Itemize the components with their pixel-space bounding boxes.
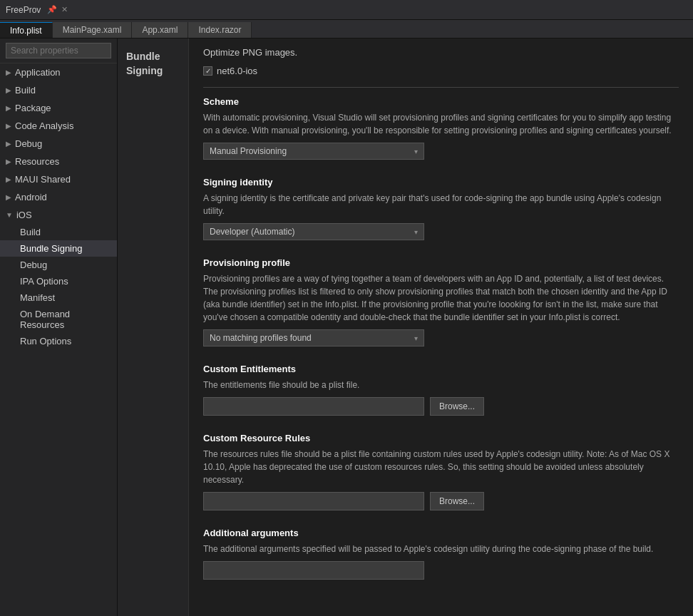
custom-entitlements-input-row: Browse... (203, 397, 679, 416)
provisioning-profile-title: Provisioning profile (203, 257, 679, 268)
sidebar-sub-item-run-options[interactable]: Run Options (0, 333, 117, 349)
chevron-right-icon: ▶ (6, 175, 11, 183)
chevron-right-icon: ▶ (6, 140, 11, 148)
sidebar-sub-item-bundle-signing[interactable]: Bundle Signing (0, 240, 117, 257)
sidebar-item-android[interactable]: ▶ Android (0, 188, 117, 206)
sidebar-sub-item-debug[interactable]: Debug (0, 257, 117, 273)
scheme-section: Scheme With automatic provisioning, Visu… (203, 96, 679, 160)
chevron-down-icon: ▾ (414, 334, 418, 342)
chevron-down-icon: ▾ (414, 148, 418, 155)
sidebar-item-package[interactable]: ▶ Package (0, 99, 117, 117)
custom-resource-rules-description: The resources rules file should be a pli… (203, 448, 679, 486)
tab-infoplist[interactable]: Info.plist (0, 22, 53, 38)
section-label: Bundle Signing (118, 38, 189, 616)
custom-entitlements-description: The entitlements file should be a plist … (203, 379, 679, 391)
signing-identity-dropdown-value: Developer (Automatic) (210, 227, 294, 237)
signing-identity-description: A signing identity is the certificate an… (203, 192, 679, 217)
custom-resource-rules-input-row: Browse... (203, 492, 679, 510)
sidebar-item-code-analysis[interactable]: ▶ Code Analysis (0, 117, 117, 135)
close-icon[interactable]: ✕ (61, 5, 68, 14)
sidebar-item-application[interactable]: ▶ Application (0, 63, 117, 81)
custom-resource-rules-input[interactable] (203, 492, 424, 510)
scheme-title: Scheme (203, 96, 679, 107)
chevron-right-icon: ▶ (6, 158, 11, 165)
provisioning-profile-dropdown[interactable]: No matching profiles found ▾ (203, 329, 424, 346)
provisioning-profile-section: Provisioning profile Provisioning profil… (203, 257, 679, 346)
custom-entitlements-title: Custom Entitlements (203, 364, 679, 374)
optimize-row: Optimize PNG images. (203, 44, 679, 61)
additional-arguments-section: Additional arguments The additional argu… (203, 528, 679, 580)
additional-arguments-description: The additional arguments specified will … (203, 543, 679, 555)
main-content: Optimize PNG images. ✓ net6.0-ios Scheme… (189, 38, 693, 616)
sidebar-sub-item-ipa-options[interactable]: IPA Options (0, 273, 117, 289)
net-row: ✓ net6.0-ios (203, 63, 679, 78)
custom-resource-rules-browse-button[interactable]: Browse... (430, 492, 484, 510)
divider (203, 87, 679, 88)
search-input[interactable] (6, 43, 111, 58)
provisioning-profile-description: Provisioning profiles are a way of tying… (203, 272, 679, 324)
provisioning-profile-dropdown-value: No matching profiles found (210, 333, 312, 343)
chevron-down-icon: ▼ (6, 211, 13, 219)
chevron-right-icon: ▶ (6, 193, 11, 201)
custom-entitlements-browse-button[interactable]: Browse... (430, 397, 484, 416)
sidebar-item-resources[interactable]: ▶ Resources (0, 153, 117, 170)
chevron-right-icon: ▶ (6, 104, 11, 112)
sidebar-sub-item-manifest[interactable]: Manifest (0, 289, 117, 306)
tab-indexrazor[interactable]: Index.razor (188, 22, 252, 38)
chevron-right-icon: ▶ (6, 68, 11, 76)
title-bar: FreeProv 📌 ✕ (0, 0, 693, 20)
main-layout: ▶ Application ▶ Build ▶ Package ▶ Code A… (0, 38, 693, 616)
sidebar-item-ios[interactable]: ▼ iOS (0, 206, 117, 224)
sidebar-item-debug[interactable]: ▶ Debug (0, 135, 117, 153)
pin-icon[interactable]: 📌 (47, 5, 57, 14)
tabs-bar: Info.plist MainPage.xaml App.xaml Index.… (0, 20, 693, 38)
additional-arguments-input[interactable] (203, 561, 424, 580)
sidebar-sub-item-build[interactable]: Build (0, 224, 117, 240)
chevron-down-icon: ▾ (414, 228, 418, 236)
custom-resource-rules-title: Custom Resource Rules (203, 433, 679, 443)
sidebar-sub-item-on-demand-resources[interactable]: On Demand Resources (0, 306, 117, 333)
sidebar-item-maui-shared[interactable]: ▶ MAUI Shared (0, 170, 117, 188)
optimize-label: Optimize PNG images. (203, 47, 297, 58)
net-ios-checkbox[interactable]: ✓ (203, 66, 212, 76)
custom-resource-rules-section: Custom Resource Rules The resources rule… (203, 433, 679, 510)
net-ios-label: net6.0-ios (217, 66, 257, 76)
sidebar: ▶ Application ▶ Build ▶ Package ▶ Code A… (0, 38, 118, 616)
custom-entitlements-input[interactable] (203, 397, 424, 416)
tab-appxaml[interactable]: App.xaml (132, 22, 188, 38)
custom-entitlements-section: Custom Entitlements The entitlements fil… (203, 364, 679, 416)
scheme-description: With automatic provisioning, Visual Stud… (203, 111, 679, 137)
sidebar-item-build[interactable]: ▶ Build (0, 81, 117, 99)
section-label-text: Bundle Signing (126, 50, 163, 78)
tab-mainpagexaml[interactable]: MainPage.xaml (53, 22, 133, 38)
signing-identity-section: Signing identity A signing identity is t… (203, 177, 679, 240)
signing-identity-title: Signing identity (203, 177, 679, 188)
chevron-right-icon: ▶ (6, 86, 11, 94)
signing-identity-dropdown[interactable]: Developer (Automatic) ▾ (203, 223, 424, 240)
search-box (0, 38, 117, 63)
chevron-right-icon: ▶ (6, 122, 11, 130)
scheme-dropdown-value: Manual Provisioning (210, 146, 287, 156)
scheme-dropdown[interactable]: Manual Provisioning ▾ (203, 143, 424, 160)
project-name: FreeProv (6, 5, 41, 15)
content-area: Bundle Signing Optimize PNG images. ✓ ne… (118, 38, 693, 616)
additional-arguments-title: Additional arguments (203, 528, 679, 538)
